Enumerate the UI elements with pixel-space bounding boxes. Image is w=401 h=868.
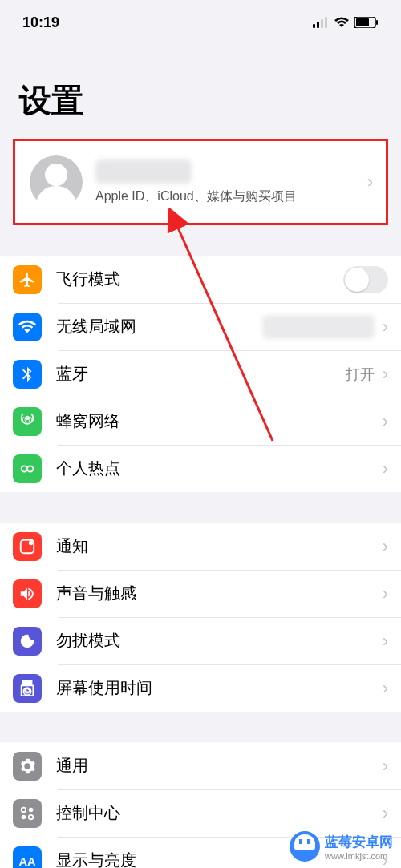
hotspot-icon [13, 454, 42, 483]
display-icon: AA [13, 846, 42, 869]
apple-id-row[interactable]: Apple ID、iCloud、媒体与购买项目 › [13, 139, 388, 225]
row-label: 控制中心 [56, 802, 383, 824]
svg-point-16 [29, 814, 34, 819]
avatar [30, 155, 83, 208]
control-center-icon [13, 799, 42, 828]
svg-rect-6 [376, 20, 378, 25]
svg-rect-2 [321, 19, 323, 28]
row-wifi[interactable]: 无线局域网 › [0, 303, 401, 350]
chevron-right-icon: › [383, 756, 388, 777]
row-label: 无线局域网 [56, 316, 262, 337]
dnd-icon [13, 627, 42, 656]
watermark-logo-icon [290, 831, 320, 862]
settings-group-notifications: 通知 › 声音与触感 › 勿扰模式 › 屏幕使用时间 › [0, 523, 401, 712]
watermark-brand: 蓝莓安卓网 [325, 833, 393, 851]
chevron-right-icon: › [383, 317, 388, 337]
row-cellular[interactable]: ((•)) 蜂窝网络 › [0, 398, 401, 445]
wifi-icon [13, 313, 42, 341]
row-label: 屏幕使用时间 [56, 677, 383, 699]
profile-name-redacted [95, 159, 192, 184]
signal-icon [313, 17, 329, 28]
row-label: 通知 [56, 535, 383, 557]
wifi-value-redacted [262, 315, 375, 339]
chevron-right-icon: › [383, 458, 388, 479]
chevron-right-icon: › [383, 583, 388, 604]
svg-text:((•)): ((•)) [22, 415, 32, 422]
status-time: 10:19 [22, 14, 59, 31]
settings-group-connectivity: 飞行模式 无线局域网 › 蓝牙 打开 › ((•)) 蜂窝网络 › 个人热点 › [0, 256, 401, 492]
status-indicators [313, 17, 379, 28]
notifications-icon [13, 532, 42, 561]
screentime-icon [13, 674, 42, 703]
wifi-icon [334, 17, 350, 28]
chevron-right-icon: › [383, 364, 388, 385]
row-general[interactable]: 通用 › [0, 742, 401, 789]
chevron-right-icon: › [383, 678, 388, 699]
row-control-center[interactable]: 控制中心 › [0, 789, 401, 837]
watermark: 蓝莓安卓网 www.lmkjst.com [290, 831, 393, 862]
airplane-toggle[interactable] [343, 266, 388, 293]
svg-point-13 [22, 807, 26, 812]
bluetooth-icon [13, 360, 42, 389]
svg-rect-3 [325, 17, 327, 28]
profile-subtitle: Apple ID、iCloud、媒体与购买项目 [95, 188, 367, 205]
svg-point-14 [29, 807, 34, 812]
row-label: 蜂窝网络 [56, 410, 383, 432]
row-label: 通用 [56, 755, 383, 777]
row-label: 蓝牙 [56, 363, 346, 385]
watermark-url: www.lmkjst.com [325, 851, 393, 861]
battery-icon [354, 17, 379, 28]
chevron-right-icon: › [383, 631, 388, 652]
row-label: 飞行模式 [56, 268, 343, 290]
svg-rect-1 [317, 22, 319, 28]
svg-point-8 [22, 466, 27, 471]
row-screentime[interactable]: 屏幕使用时间 › [0, 664, 401, 712]
cellular-icon: ((•)) [13, 407, 42, 436]
row-bluetooth[interactable]: 蓝牙 打开 › [0, 350, 401, 398]
chevron-right-icon: › [383, 411, 388, 432]
bluetooth-value: 打开 [346, 365, 375, 384]
general-icon [13, 752, 42, 781]
row-sounds[interactable]: 声音与触感 › [0, 570, 401, 617]
svg-point-11 [29, 540, 34, 545]
chevron-right-icon: › [367, 172, 373, 192]
svg-rect-0 [313, 24, 315, 28]
row-notifications[interactable]: 通知 › [0, 523, 401, 570]
row-airplane-mode[interactable]: 飞行模式 [0, 256, 401, 303]
airplane-icon [13, 265, 42, 294]
row-label: 个人热点 [56, 458, 383, 479]
svg-point-15 [22, 814, 26, 819]
row-label: 勿扰模式 [56, 630, 383, 652]
svg-text:AA: AA [18, 854, 36, 867]
chevron-right-icon: › [383, 803, 388, 824]
row-dnd[interactable]: 勿扰模式 › [0, 617, 401, 664]
status-bar: 10:19 [0, 0, 401, 38]
svg-point-9 [27, 466, 33, 471]
sounds-icon [13, 579, 42, 608]
row-label: 声音与触感 [56, 583, 383, 604]
row-hotspot[interactable]: 个人热点 › [0, 445, 401, 492]
svg-rect-5 [356, 18, 369, 26]
page-title: 设置 [0, 38, 401, 139]
chevron-right-icon: › [383, 536, 388, 557]
